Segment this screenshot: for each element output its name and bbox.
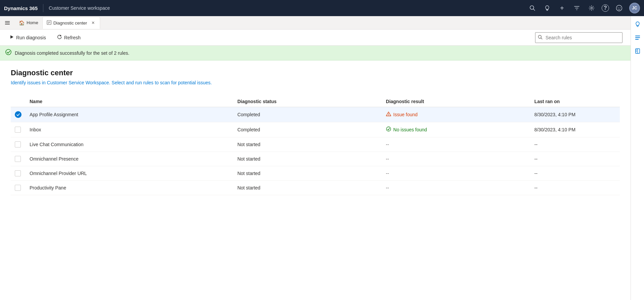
row-checkbox[interactable]	[15, 170, 21, 176]
col-header-lastran: Last ran on	[530, 96, 620, 107]
table-row[interactable]: Omnichannel Provider URLNot started----	[11, 166, 620, 181]
row-lastran: 8/30/2023, 4:10 PM	[530, 107, 620, 122]
search-rules-wrapper	[535, 32, 622, 43]
refresh-button[interactable]: Refresh	[53, 32, 85, 43]
tab-bar: 🏠 Home Diagnostic center ✕	[0, 16, 644, 30]
settings-icon[interactable]	[587, 3, 596, 13]
user-avatar[interactable]: JC	[629, 3, 640, 13]
svg-point-3	[616, 5, 622, 11]
row-status: Not started	[233, 152, 382, 166]
page-title: Diagnostic center	[11, 69, 620, 77]
diagnostic-tab-icon	[47, 20, 51, 26]
help-icon[interactable]: ?	[602, 4, 609, 12]
svg-point-26	[387, 127, 391, 131]
row-result: --	[382, 166, 530, 181]
svg-point-2	[591, 7, 593, 9]
banner-message: Diagnosis completed successfully for the…	[15, 50, 129, 56]
result-dash: --	[386, 156, 389, 162]
svg-line-1	[533, 9, 535, 11]
svg-marker-20	[10, 35, 13, 39]
table-row[interactable]: Live Chat CommunicationNot started----	[11, 137, 620, 152]
col-header-status: Diagnostic status	[233, 96, 382, 107]
right-lightbulb-icon[interactable]	[632, 19, 643, 30]
row-status: Completed	[233, 107, 382, 122]
row-lastran: --	[530, 166, 620, 181]
result-dash: --	[386, 185, 389, 190]
nav-divider	[43, 4, 43, 12]
row-lastran: --	[530, 137, 620, 152]
svg-point-23	[6, 49, 11, 55]
row-checkbox[interactable]	[15, 156, 21, 162]
success-banner: Diagnosis completed successfully for the…	[0, 46, 644, 60]
row-result: --	[382, 137, 530, 152]
diagnostic-tab-label: Diagnostic center	[53, 20, 87, 26]
row-checkbox[interactable]	[15, 111, 22, 118]
svg-point-5	[620, 7, 620, 8]
row-name: Productivity Pane	[26, 181, 233, 195]
table-row[interactable]: Omnichannel PresenceNot started----	[11, 152, 620, 166]
diagnostics-table: Name Diagnostic status Diagnostic result…	[11, 96, 620, 195]
row-status: Not started	[233, 181, 382, 195]
right-book-icon[interactable]	[632, 46, 643, 56]
result-dash: --	[386, 171, 389, 176]
filter-icon[interactable]	[572, 3, 581, 13]
row-name: Omnichannel Presence	[26, 152, 233, 166]
row-result: No issues found	[382, 122, 530, 137]
table-row[interactable]: InboxCompletedNo issues found8/30/2023, …	[11, 122, 620, 137]
top-nav-icons: + ? JC	[528, 3, 640, 13]
col-header-name: Name	[26, 96, 233, 107]
lightbulb-icon[interactable]	[542, 3, 552, 13]
row-name: Inbox	[26, 122, 233, 137]
run-diagnosis-label: Run diagnosis	[16, 35, 46, 40]
tab-home[interactable]: 🏠 Home	[15, 17, 42, 29]
svg-rect-16	[635, 37, 640, 38]
row-lastran: 8/30/2023, 4:10 PM	[530, 122, 620, 137]
col-header-checkbox	[11, 96, 26, 107]
row-checkbox[interactable]	[15, 185, 21, 191]
table-header-row: Name Diagnostic status Diagnostic result…	[11, 96, 620, 107]
table-row[interactable]: App Profile AssignmentCompletedIssue fou…	[11, 107, 620, 122]
row-result: --	[382, 152, 530, 166]
no-issues-text: No issues found	[393, 127, 427, 132]
svg-rect-7	[5, 23, 10, 23]
tab-diagnostic[interactable]: Diagnostic center ✕	[42, 17, 100, 29]
col-header-result: Diagnostic result	[382, 96, 530, 107]
success-icon	[5, 49, 11, 57]
row-status: Not started	[233, 166, 382, 181]
search-rules-input[interactable]	[535, 32, 622, 43]
row-lastran: --	[530, 152, 620, 166]
row-lastran: --	[530, 181, 620, 195]
main-content: Diagnostic center Identify issues in Cus…	[0, 60, 631, 203]
search-icon[interactable]	[528, 3, 537, 13]
row-name: App Profile Assignment	[26, 107, 233, 122]
issue-found-link[interactable]: Issue found	[393, 112, 417, 117]
top-nav-bar: Dynamics 365 Customer Service workspace …	[0, 0, 644, 16]
run-icon	[9, 35, 14, 41]
result-dash: --	[386, 142, 389, 147]
svg-rect-15	[635, 36, 640, 36]
row-result[interactable]: Issue found	[382, 107, 530, 122]
app-brand: Dynamics 365	[4, 5, 38, 11]
refresh-label: Refresh	[64, 35, 81, 40]
hamburger-button[interactable]	[1, 17, 13, 29]
toolbar: Run diagnosis Refresh	[0, 30, 644, 46]
row-checkbox[interactable]	[15, 127, 21, 133]
table-row[interactable]: Productivity PaneNot started----	[11, 181, 620, 195]
svg-rect-17	[635, 39, 639, 40]
add-icon[interactable]: +	[557, 3, 567, 13]
tab-close-button[interactable]: ✕	[90, 20, 96, 26]
page-description: Identify issues in Customer Service Work…	[11, 80, 620, 85]
row-result: --	[382, 181, 530, 195]
smiley-icon[interactable]	[614, 3, 624, 13]
svg-point-25	[388, 115, 389, 115]
run-diagnosis-button[interactable]: Run diagnosis	[5, 33, 50, 43]
row-name: Omnichannel Provider URL	[26, 166, 233, 181]
row-status: Completed	[233, 122, 382, 137]
home-tab-label: Home	[27, 20, 38, 25]
svg-point-4	[618, 7, 618, 8]
right-list-icon[interactable]	[632, 32, 643, 43]
row-checkbox[interactable]	[15, 141, 21, 147]
home-tab-icon: 🏠	[19, 20, 25, 26]
warning-icon	[386, 111, 391, 118]
refresh-icon	[57, 34, 62, 41]
